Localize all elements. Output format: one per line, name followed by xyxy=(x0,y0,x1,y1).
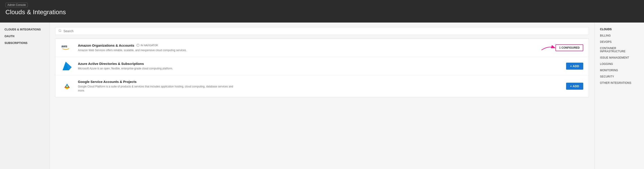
google-integration-desc: Google Cloud Platform is a suite of prod… xyxy=(78,84,236,93)
search-bar xyxy=(55,27,589,35)
right-sidebar-item-clouds[interactable]: CLOUDS xyxy=(594,26,644,32)
svg-point-0 xyxy=(59,29,61,31)
azure-logo xyxy=(61,61,74,71)
navigator-badge: IN NAVIGATOR xyxy=(136,44,158,47)
google-add-button[interactable]: + ADD xyxy=(566,83,583,90)
left-sidebar: CLOUDS & INTEGRATIONS OAUTH SUBSCRIPTION… xyxy=(0,22,50,169)
svg-point-10 xyxy=(66,86,68,87)
google-integration-action[interactable]: + ADD xyxy=(566,83,583,90)
admin-console-badge: Admin Console xyxy=(6,3,28,7)
body-layout: CLOUDS & INTEGRATIONS OAUTH SUBSCRIPTION… xyxy=(0,22,644,169)
right-sidebar-item-billing[interactable]: BILLING xyxy=(594,32,644,39)
right-sidebar-item-security[interactable]: SECURITY xyxy=(594,73,644,80)
azure-integration-title: Azure Active Directories & Subscriptions xyxy=(78,62,562,66)
header: ↻ Admin Console Clouds & Integrations xyxy=(0,0,644,22)
right-sidebar-item-logging[interactable]: LOGGING xyxy=(594,61,644,67)
svg-marker-2 xyxy=(68,48,69,49)
aws-integration-info: Amazon Organizations & Accounts IN NAVIG… xyxy=(78,43,551,52)
right-sidebar: CLOUDS BILLING DEVOPS CONTAINER INFRASTR… xyxy=(594,22,644,169)
search-icon xyxy=(58,29,62,33)
right-sidebar-item-issue-management[interactable]: ISSUE MANAGEMENT xyxy=(594,54,644,61)
search-input[interactable] xyxy=(64,29,586,33)
aws-integration-action: 1 CONFIGURED xyxy=(556,44,583,51)
integration-row-google: Google Service Accounts & Projects Googl… xyxy=(55,75,589,97)
aws-integration-desc: Amazon Web Services offers reliable, sca… xyxy=(78,48,236,52)
right-sidebar-item-other-integrations[interactable]: OTHER INTEGRATIONS xyxy=(594,80,644,86)
svg-text:aws: aws xyxy=(62,45,67,48)
main-content: aws Amazon Organizations & Accounts xyxy=(50,22,594,169)
azure-integration-action[interactable]: + ADD xyxy=(566,63,583,70)
azure-integration-info: Azure Active Directories & Subscriptions… xyxy=(78,62,562,71)
configured-badge[interactable]: 1 CONFIGURED xyxy=(556,44,583,51)
azure-integration-desc: Microsoft Azure is an open, flexible, en… xyxy=(78,66,236,71)
aws-integration-title: Amazon Organizations & Accounts IN NAVIG… xyxy=(78,43,551,47)
sidebar-item-subscriptions[interactable]: SUBSCRIPTIONS xyxy=(0,40,50,46)
right-sidebar-item-devops[interactable]: DEVOPS xyxy=(594,39,644,45)
google-integration-title: Google Service Accounts & Projects xyxy=(78,80,562,84)
integration-row-azure: Azure Active Directories & Subscriptions… xyxy=(55,57,589,75)
google-integration-info: Google Service Accounts & Projects Googl… xyxy=(78,80,562,93)
azure-add-button[interactable]: + ADD xyxy=(566,63,583,70)
integration-row-aws: aws Amazon Organizations & Accounts xyxy=(55,39,589,57)
right-sidebar-item-container-infrastructure[interactable]: CONTAINER INFRASTRUCTURE xyxy=(594,45,644,54)
sidebar-item-clouds-integrations[interactable]: CLOUDS & INTEGRATIONS xyxy=(0,26,50,33)
aws-logo: aws xyxy=(61,43,74,52)
right-sidebar-item-monitoring[interactable]: MONITORING xyxy=(594,67,644,73)
google-logo xyxy=(61,82,74,91)
page-title: Clouds & Integrations xyxy=(6,8,638,16)
sidebar-item-oauth[interactable]: OAUTH xyxy=(0,33,50,40)
integrations-container: aws Amazon Organizations & Accounts xyxy=(55,38,589,97)
